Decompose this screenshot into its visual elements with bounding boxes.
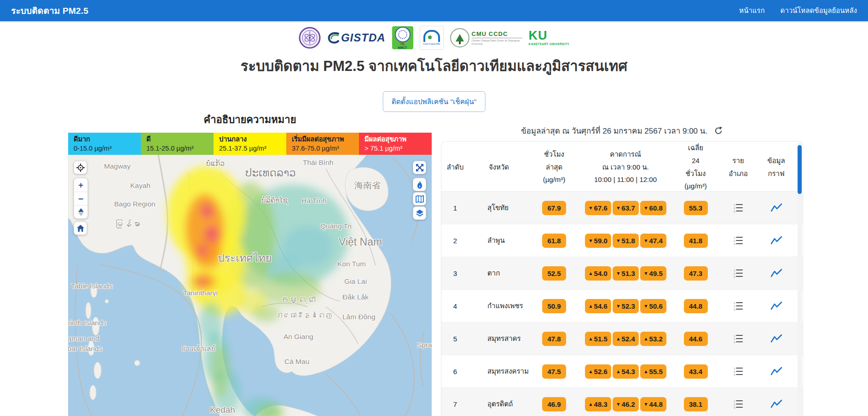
ku-wordmark: KU	[529, 29, 548, 42]
refresh-button[interactable]	[714, 126, 723, 135]
district-list-icon: 123	[733, 301, 744, 311]
arrow-down-icon: ▼	[643, 205, 648, 211]
map-place-label: ประเทศไทย	[218, 250, 272, 266]
arrow-down-icon: ▼	[643, 401, 648, 407]
forecast-badge: ▼63.7	[613, 201, 639, 215]
page-title: ระบบติดตาม PM2.5 จากเทคโนโลยีดาวเทียมและ…	[0, 54, 868, 77]
graph-button[interactable]	[770, 398, 783, 410]
cmu-ccdc-logo: CMU CCDC Climate Change Data Center at C…	[450, 28, 522, 47]
district-list-button[interactable]: 123	[732, 267, 745, 279]
zoom-in-button[interactable]: +	[74, 178, 87, 192]
home-button[interactable]	[74, 222, 87, 235]
latest-cell: 47.8	[529, 332, 579, 346]
district-list-button[interactable]: 123	[732, 202, 745, 214]
scrollbar-thumb[interactable]	[798, 145, 802, 194]
graph-button[interactable]	[770, 235, 783, 246]
table-row: 5สมุทรสาคร47.8▲51.5▲52.4▲53.244.6123	[441, 322, 803, 355]
rank-cell: 2	[441, 237, 469, 245]
arrow-down-icon: ▼	[588, 238, 593, 243]
district-list-icon: 123	[733, 334, 744, 344]
district-list-icon: 123	[733, 399, 744, 409]
average-cell: 44.8	[671, 299, 720, 313]
line-chart-icon	[770, 203, 782, 212]
graph-cell	[757, 235, 796, 246]
legend-item: ดี15.1-25.0 µg/m³	[141, 133, 214, 155]
graph-button[interactable]	[770, 202, 783, 213]
fullscreen-button[interactable]	[413, 161, 426, 174]
arrow-up-icon: ▲	[588, 369, 593, 374]
nav-link[interactable]: ดาวน์โหลดข้อมูลย้อนหลัง	[780, 5, 857, 16]
latest-badge: 47.8	[542, 332, 566, 346]
hotspot-layer-button[interactable]	[413, 178, 426, 191]
district-list-button[interactable]: 123	[732, 234, 745, 246]
graph-button[interactable]	[770, 300, 783, 311]
district-list-button[interactable]: 123	[732, 398, 745, 410]
nrct-logo: วช. NRCT	[392, 26, 413, 49]
district-cell: 123	[720, 202, 757, 214]
arrow-down-icon: ▼	[616, 401, 620, 407]
map-place-label: Table Islands	[71, 282, 112, 290]
average-badge: 44.8	[684, 299, 708, 313]
arrow-down-icon: ▼	[616, 303, 620, 309]
table-header: ลำดับ จังหวัด ชั่วโมง ล่าสุด (µg/m³) คาด…	[441, 141, 803, 192]
average-cell: 41.8	[671, 234, 720, 248]
district-list-button[interactable]: 123	[732, 333, 745, 345]
svg-text:2: 2	[734, 207, 735, 210]
ku-sublabel: KASETSART UNIVERSITY	[529, 43, 570, 46]
district-list-icon: 123	[733, 366, 744, 376]
col-average: เฉลี่ย 24 ชั่วโมง (µg/m³)	[671, 141, 720, 193]
legend-label: ปานกลาง	[219, 135, 286, 144]
district-list-icon: 123	[733, 203, 744, 213]
layers-button[interactable]	[413, 206, 426, 220]
forecast-badge: ▲53.2	[640, 332, 666, 346]
forecast-badge: ▼50.6	[640, 299, 666, 313]
svg-text:2: 2	[734, 338, 735, 340]
zoom-out-button[interactable]: −	[74, 192, 87, 205]
forecast-badge: ▲52.4	[613, 332, 639, 346]
forecast-badge: ▲54.3	[613, 364, 639, 379]
svg-text:2: 2	[734, 403, 735, 406]
forecast-badge: ▼51.3	[613, 266, 639, 281]
graph-button[interactable]	[770, 333, 783, 344]
legend-range: 15.1-25.0 µg/m³	[146, 144, 214, 153]
forecast-cell: ▲51.5▲52.4▲53.2	[579, 332, 671, 346]
gistda-wordmark: GISTDA	[341, 31, 386, 44]
province-table: ลำดับ จังหวัด ชั่วโมง ล่าสุด (µg/m³) คาด…	[441, 141, 803, 416]
map-place-label: Kon Tum	[337, 260, 366, 268]
rank-cell: 5	[441, 335, 469, 343]
install-app-button[interactable]: ติดตั้งแอปพลิเคชัน "เช็คฝุ่น"	[383, 91, 486, 112]
forecast-cell: ▼67.6▼63.7▼60.8	[579, 201, 671, 215]
line-chart-icon	[770, 367, 782, 376]
average-cell: 55.3	[671, 201, 720, 215]
table-scrollbar[interactable]	[798, 142, 802, 415]
map-place-label: An Giang	[284, 333, 313, 341]
last-updated: ข้อมูลล่าสุด ณ วันศุกร์ที่ 26 มกราคม 256…	[441, 124, 803, 137]
navbar-links: หน้าแรกดาวน์โหลดข้อมูลย้อนหลัง	[739, 5, 857, 16]
map-place-label: Cà Mau	[284, 357, 309, 366]
forecast-badge: ▲54.0	[585, 266, 611, 281]
province-name: ตาก	[469, 268, 529, 279]
latest-badge: 50.9	[542, 299, 566, 313]
pcd-logo: กรมควบคุมมลพิษ	[420, 26, 444, 50]
legend-range: 25.1-37.5 µg/m³	[219, 144, 286, 153]
nav-link[interactable]: หน้าแรก	[739, 5, 764, 16]
graph-button[interactable]	[770, 268, 783, 279]
district-list-icon: 123	[733, 268, 744, 278]
average-badge: 41.8	[684, 234, 708, 248]
forecast-badge: ▼60.8	[640, 201, 666, 215]
latest-cell: 67.9	[529, 201, 579, 215]
basemap-button[interactable]	[413, 192, 426, 205]
average-cell: 38.1	[671, 397, 720, 411]
map[interactable]: MagwayKayahBago Regionမြန်မာບໍ່ແກ້ວປະເທດ…	[68, 155, 432, 416]
table-row: 6สมุทรสงคราม47.5▲52.6▲54.3▲55.543.4123	[441, 355, 803, 388]
map-place-label: Lâm Đồng	[342, 313, 376, 321]
zoom-control: + −	[74, 178, 88, 219]
zoom-slider[interactable]	[74, 205, 87, 218]
forecast-badge: ▼44.8	[640, 397, 666, 411]
province-name: สมุทรสาคร	[469, 333, 529, 344]
graph-button[interactable]	[770, 366, 783, 377]
district-list-button[interactable]: 123	[732, 365, 745, 377]
locate-button[interactable]	[74, 161, 87, 174]
district-list-button[interactable]: 123	[732, 300, 745, 312]
arrow-up-icon: ▲	[588, 270, 593, 276]
